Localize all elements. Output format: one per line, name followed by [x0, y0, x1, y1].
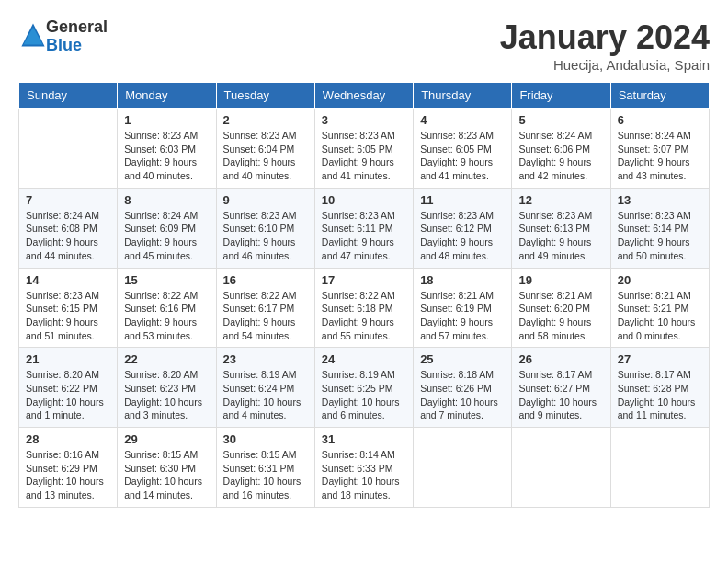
day-info: Sunrise: 8:20 AM Sunset: 6:23 PM Dayligh… — [124, 368, 209, 422]
day-info: Sunrise: 8:21 AM Sunset: 6:19 PM Dayligh… — [420, 289, 505, 343]
calendar-table: SundayMondayTuesdayWednesdayThursdayFrid… — [18, 82, 710, 508]
calendar-cell: 7Sunrise: 8:24 AM Sunset: 6:08 PM Daylig… — [19, 188, 118, 268]
logo-text: General Blue — [46, 18, 108, 55]
calendar-cell: 12Sunrise: 8:23 AM Sunset: 6:13 PM Dayli… — [512, 188, 610, 268]
calendar-cell — [414, 428, 512, 508]
day-info: Sunrise: 8:18 AM Sunset: 6:26 PM Dayligh… — [420, 368, 505, 422]
calendar-cell: 1Sunrise: 8:23 AM Sunset: 6:03 PM Daylig… — [118, 109, 216, 189]
day-info: Sunrise: 8:17 AM Sunset: 6:27 PM Dayligh… — [518, 368, 603, 422]
calendar-cell: 11Sunrise: 8:23 AM Sunset: 6:12 PM Dayli… — [414, 188, 512, 268]
day-info: Sunrise: 8:22 AM Sunset: 6:18 PM Dayligh… — [322, 289, 406, 343]
weekday-header-sunday: Sunday — [19, 83, 118, 109]
calendar-cell: 31Sunrise: 8:14 AM Sunset: 6:33 PM Dayli… — [314, 428, 413, 508]
day-number: 16 — [223, 273, 308, 287]
calendar-cell: 15Sunrise: 8:22 AM Sunset: 6:16 PM Dayli… — [118, 268, 216, 348]
calendar-week-row: 7Sunrise: 8:24 AM Sunset: 6:08 PM Daylig… — [19, 188, 710, 268]
day-number: 26 — [518, 352, 603, 366]
calendar-cell: 16Sunrise: 8:22 AM Sunset: 6:17 PM Dayli… — [216, 268, 314, 348]
day-info: Sunrise: 8:15 AM Sunset: 6:31 PM Dayligh… — [223, 448, 308, 502]
calendar-cell: 5Sunrise: 8:24 AM Sunset: 6:06 PM Daylig… — [512, 109, 610, 189]
weekday-header-tuesday: Tuesday — [216, 83, 314, 109]
month-title: January 2024 — [500, 18, 710, 57]
weekday-header-monday: Monday — [118, 83, 216, 109]
day-number: 4 — [420, 113, 505, 127]
weekday-header-friday: Friday — [512, 83, 610, 109]
day-info: Sunrise: 8:23 AM Sunset: 6:14 PM Dayligh… — [618, 209, 702, 263]
day-info: Sunrise: 8:15 AM Sunset: 6:30 PM Dayligh… — [124, 448, 209, 502]
calendar-week-row: 14Sunrise: 8:23 AM Sunset: 6:15 PM Dayli… — [19, 268, 710, 348]
calendar-week-row: 21Sunrise: 8:20 AM Sunset: 6:22 PM Dayli… — [19, 348, 710, 428]
day-info: Sunrise: 8:16 AM Sunset: 6:29 PM Dayligh… — [26, 448, 110, 502]
calendar-cell: 29Sunrise: 8:15 AM Sunset: 6:30 PM Dayli… — [118, 428, 216, 508]
day-number: 7 — [26, 193, 110, 207]
day-info: Sunrise: 8:24 AM Sunset: 6:07 PM Dayligh… — [618, 129, 702, 183]
page-header: General Blue January 2024 Huecija, Andal… — [18, 18, 710, 73]
day-number: 5 — [518, 113, 603, 127]
day-number: 27 — [618, 352, 702, 366]
calendar-cell: 22Sunrise: 8:20 AM Sunset: 6:23 PM Dayli… — [118, 348, 216, 428]
day-number: 12 — [518, 193, 603, 207]
day-info: Sunrise: 8:23 AM Sunset: 6:04 PM Dayligh… — [223, 129, 308, 183]
day-number: 11 — [420, 193, 505, 207]
day-info: Sunrise: 8:23 AM Sunset: 6:12 PM Dayligh… — [420, 209, 505, 263]
day-info: Sunrise: 8:17 AM Sunset: 6:28 PM Dayligh… — [618, 368, 702, 422]
logo: General Blue — [18, 18, 108, 55]
day-info: Sunrise: 8:23 AM Sunset: 6:11 PM Dayligh… — [322, 209, 406, 263]
calendar-cell: 3Sunrise: 8:23 AM Sunset: 6:05 PM Daylig… — [314, 109, 413, 189]
day-number: 14 — [26, 273, 110, 287]
day-number: 13 — [618, 193, 702, 207]
calendar-cell: 19Sunrise: 8:21 AM Sunset: 6:20 PM Dayli… — [512, 268, 610, 348]
logo-icon — [20, 22, 46, 48]
day-number: 2 — [223, 113, 308, 127]
calendar-cell: 25Sunrise: 8:18 AM Sunset: 6:26 PM Dayli… — [414, 348, 512, 428]
calendar-cell: 17Sunrise: 8:22 AM Sunset: 6:18 PM Dayli… — [314, 268, 413, 348]
day-info: Sunrise: 8:21 AM Sunset: 6:20 PM Dayligh… — [518, 289, 603, 343]
day-number: 17 — [322, 273, 406, 287]
day-number: 21 — [26, 352, 110, 366]
day-number: 25 — [420, 352, 505, 366]
day-number: 15 — [124, 273, 209, 287]
day-number: 8 — [124, 193, 209, 207]
day-number: 24 — [322, 352, 406, 366]
calendar-cell: 2Sunrise: 8:23 AM Sunset: 6:04 PM Daylig… — [216, 109, 314, 189]
day-info: Sunrise: 8:14 AM Sunset: 6:33 PM Dayligh… — [322, 448, 406, 502]
day-info: Sunrise: 8:24 AM Sunset: 6:08 PM Dayligh… — [26, 209, 110, 263]
day-number: 23 — [223, 352, 308, 366]
calendar-cell: 27Sunrise: 8:17 AM Sunset: 6:28 PM Dayli… — [610, 348, 709, 428]
calendar-cell: 28Sunrise: 8:16 AM Sunset: 6:29 PM Dayli… — [19, 428, 118, 508]
calendar-cell — [19, 109, 118, 189]
calendar-cell — [610, 428, 709, 508]
day-info: Sunrise: 8:24 AM Sunset: 6:09 PM Dayligh… — [124, 209, 209, 263]
calendar-cell: 18Sunrise: 8:21 AM Sunset: 6:19 PM Dayli… — [414, 268, 512, 348]
day-info: Sunrise: 8:23 AM Sunset: 6:10 PM Dayligh… — [223, 209, 308, 263]
day-number: 18 — [420, 273, 505, 287]
calendar-cell: 8Sunrise: 8:24 AM Sunset: 6:09 PM Daylig… — [118, 188, 216, 268]
weekday-header-thursday: Thursday — [414, 83, 512, 109]
day-number: 3 — [322, 113, 406, 127]
day-number: 19 — [518, 273, 603, 287]
calendar-cell: 13Sunrise: 8:23 AM Sunset: 6:14 PM Dayli… — [610, 188, 709, 268]
day-info: Sunrise: 8:23 AM Sunset: 6:13 PM Dayligh… — [518, 209, 603, 263]
location: Huecija, Andalusia, Spain — [500, 57, 710, 73]
calendar-cell: 21Sunrise: 8:20 AM Sunset: 6:22 PM Dayli… — [19, 348, 118, 428]
day-info: Sunrise: 8:22 AM Sunset: 6:16 PM Dayligh… — [124, 289, 209, 343]
weekday-header-row: SundayMondayTuesdayWednesdayThursdayFrid… — [19, 83, 710, 109]
day-number: 31 — [322, 432, 406, 446]
calendar-cell: 6Sunrise: 8:24 AM Sunset: 6:07 PM Daylig… — [610, 109, 709, 189]
day-number: 29 — [124, 432, 209, 446]
day-info: Sunrise: 8:19 AM Sunset: 6:24 PM Dayligh… — [223, 368, 308, 422]
calendar-cell: 10Sunrise: 8:23 AM Sunset: 6:11 PM Dayli… — [314, 188, 413, 268]
day-number: 9 — [223, 193, 308, 207]
day-info: Sunrise: 8:23 AM Sunset: 6:03 PM Dayligh… — [124, 129, 209, 183]
calendar-cell: 30Sunrise: 8:15 AM Sunset: 6:31 PM Dayli… — [216, 428, 314, 508]
title-block: January 2024 Huecija, Andalusia, Spain — [500, 18, 710, 73]
day-info: Sunrise: 8:20 AM Sunset: 6:22 PM Dayligh… — [26, 368, 110, 422]
day-info: Sunrise: 8:22 AM Sunset: 6:17 PM Dayligh… — [223, 289, 308, 343]
day-number: 30 — [223, 432, 308, 446]
day-number: 1 — [124, 113, 209, 127]
day-info: Sunrise: 8:23 AM Sunset: 6:05 PM Dayligh… — [322, 129, 406, 183]
calendar-cell: 4Sunrise: 8:23 AM Sunset: 6:05 PM Daylig… — [414, 109, 512, 189]
day-info: Sunrise: 8:23 AM Sunset: 6:05 PM Dayligh… — [420, 129, 505, 183]
calendar-cell: 23Sunrise: 8:19 AM Sunset: 6:24 PM Dayli… — [216, 348, 314, 428]
weekday-header-wednesday: Wednesday — [314, 83, 413, 109]
